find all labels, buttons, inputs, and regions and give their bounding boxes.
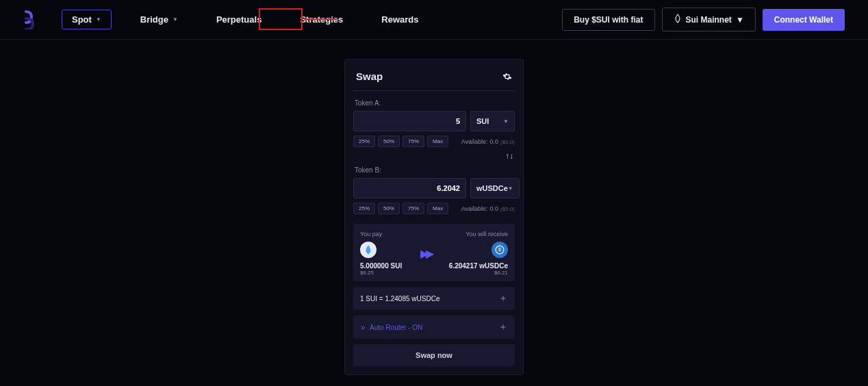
nav-strategies[interactable]: Strategies [290, 10, 353, 29]
swap-panel-header: Swap [353, 60, 515, 91]
gear-icon[interactable] [502, 72, 512, 81]
token-a-symbol: SUI [476, 117, 489, 125]
logo [23, 10, 36, 29]
top-nav: Spot ▼ Bridge ▼ Perpetuals Strategies Re… [0, 0, 868, 40]
available-label: Available: [461, 138, 488, 145]
swap-direction-button[interactable]: ↑↓ [355, 151, 513, 161]
token-b-symbol: wUSDCe [476, 184, 508, 192]
pct-max-button[interactable]: Max [427, 136, 448, 147]
chevron-down-icon: ▼ [96, 16, 101, 23]
pct-25-button[interactable]: 25% [353, 203, 375, 214]
pct-75-button[interactable]: 75% [403, 203, 424, 214]
pct-25-button[interactable]: 25% [353, 136, 375, 147]
token-a-input-box[interactable] [353, 111, 466, 131]
network-select[interactable]: Sui Mainnet ▼ [662, 8, 756, 31]
pay-amount: 5.000000 SUI [360, 262, 402, 270]
rate-text: 1 SUI = 1.24085 wUSDCe [360, 295, 439, 303]
buy-sui-label: Buy $SUI with fiat [574, 15, 643, 25]
chevron-down-icon: ▼ [736, 15, 744, 25]
buy-sui-button[interactable]: Buy $SUI with fiat [562, 9, 654, 31]
nav-spot[interactable]: Spot ▼ [62, 10, 112, 29]
pct-max-button[interactable]: Max [427, 203, 448, 214]
recv-amount: 6.204217 wUSDCe [449, 262, 508, 270]
nav-perpetuals-label: Perpetuals [216, 14, 261, 25]
swap-title: Swap [356, 70, 383, 82]
available-usd: ($0.0) [500, 206, 515, 212]
token-b-input[interactable] [359, 184, 460, 192]
available-usd: ($0.0) [500, 139, 515, 145]
chevron-down-icon: ▼ [508, 185, 513, 192]
pct-75-button[interactable]: 75% [403, 136, 424, 147]
chevron-down-icon: ▼ [503, 118, 509, 125]
router-row[interactable]: ⪢ Auto Router - ON ＋ [353, 316, 515, 339]
you-pay-label: You pay [360, 231, 382, 237]
nav-strategies-label: Strategies [300, 14, 343, 25]
nav-bridge-label: Bridge [140, 14, 168, 25]
nav-rewards-label: Rewards [381, 14, 418, 25]
nav-right: Buy $SUI with fiat Sui Mainnet ▼ Connect… [562, 8, 845, 31]
sui-coin-icon [360, 242, 376, 258]
swap-now-label: Swap now [416, 351, 452, 359]
token-b-select[interactable]: wUSDCe ▼ [470, 178, 520, 198]
pay-usd: $6.25 [360, 270, 374, 276]
swap-arrows-icon: ↑↓ [505, 151, 513, 161]
nav-items: Spot ▼ Bridge ▼ Perpetuals Strategies Re… [62, 10, 428, 29]
token-b-available: Available: 0.0 ($0.0) [461, 205, 515, 212]
swap-summary-card: You pay 5.000000 SUI $6.25 ▶▶ You will r… [353, 224, 515, 281]
swap-panel: Swap Token A: SUI ▼ 25% 50% 75% Max Avai… [344, 59, 524, 375]
available-qty: 0.0 [490, 138, 499, 145]
nav-bridge[interactable]: Bridge ▼ [131, 10, 188, 29]
you-receive-label: You will receive [465, 231, 508, 237]
token-a-input[interactable] [359, 117, 460, 125]
available-label: Available: [461, 205, 488, 212]
recv-usd: $6.21 [494, 270, 508, 276]
nav-rewards[interactable]: Rewards [372, 10, 428, 29]
token-b-label: Token B: [355, 166, 513, 174]
pct-50-button[interactable]: 50% [378, 203, 400, 214]
forward-arrows-icon: ▶▶ [420, 247, 431, 260]
connect-wallet-button[interactable]: Connect Wallet [763, 9, 845, 31]
nav-spot-label: Spot [72, 14, 92, 25]
nav-perpetuals[interactable]: Perpetuals [207, 10, 271, 29]
available-qty: 0.0 [490, 205, 499, 212]
sui-drop-icon [674, 14, 682, 25]
router-text: Auto Router - ON [370, 324, 422, 331]
share-icon: ⪢ [360, 324, 367, 331]
token-a-available: Available: 0.0 ($0.0) [461, 138, 515, 145]
plus-icon[interactable]: ＋ [498, 321, 508, 333]
swap-now-button[interactable]: Swap now [353, 344, 515, 366]
connect-wallet-label: Connect Wallet [774, 15, 833, 25]
svg-text:$: $ [498, 247, 501, 252]
rate-row[interactable]: 1 SUI = 1.24085 wUSDCe ＋ [353, 287, 515, 310]
chevron-down-icon: ▼ [173, 16, 178, 23]
pct-50-button[interactable]: 50% [378, 136, 400, 147]
token-b-input-box[interactable] [353, 178, 466, 198]
token-a-pct-buttons: 25% 50% 75% Max [353, 136, 448, 147]
network-label: Sui Mainnet [686, 15, 732, 25]
token-b-pct-buttons: 25% 50% 75% Max [353, 203, 448, 214]
usdc-coin-icon: $ [492, 242, 508, 258]
token-a-label: Token A: [355, 99, 513, 107]
plus-icon[interactable]: ＋ [498, 292, 508, 305]
token-a-select[interactable]: SUI ▼ [470, 111, 515, 131]
